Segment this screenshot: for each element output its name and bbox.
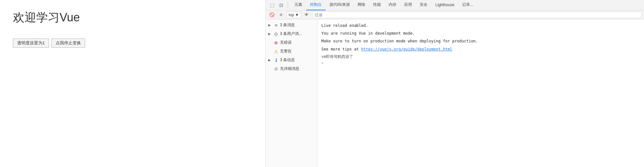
console-line-4: See more tips at https://vuejs.org/guide… [321,46,640,53]
messages-icon: ≡ [273,23,279,28]
arrow-messages: ▶ [268,23,272,27]
tab-record[interactable]: 记录... [458,0,477,10]
dropdown-arrow: ▼ [295,13,299,17]
console-text-2: You are running Vue in development mode. [321,31,415,36]
sidebar-item-errors[interactable]: ⊗ 无错误 [266,38,317,47]
info-label: 3 条信息 [280,57,295,63]
toolbar-separator [288,2,288,8]
filter-input[interactable] [312,12,641,18]
chevron-text: > [321,61,324,65]
tab-lighthouse[interactable]: Lighthouse [431,0,458,10]
user-label: 3 条用户消... [280,31,302,37]
console-line-3: Make sure to turn on production mode whe… [321,38,640,45]
devtools-subtoolbar: 🚫 ⊘ top ▼ 👁 [266,10,644,19]
box-icon[interactable]: ⊡ [277,1,285,9]
stop-button[interactable]: 点我停止变换 [51,39,85,48]
tab-elements[interactable]: 元素 [291,0,306,10]
arrow-user: ▶ [268,32,272,36]
sidebar-item-user[interactable]: ▶ ⊙ 3 条用户消... [266,29,317,38]
page-buttons: 透明度设置为1 点我停止变换 [13,39,252,48]
console-text-prefix: See more tips at [321,47,361,51]
tab-security[interactable]: 安全 [416,0,431,10]
error-icon: ⊗ [273,40,279,45]
top-label: top [289,13,294,17]
devtools-panel: ⬚ ⊡ 元素 控制台 源代码/来源 网络 性能 内存 应用 安全 Lightho… [265,0,644,167]
console-text-1: Live reload enabled. [321,23,368,28]
console-text-3: Make sure to turn on production mode whe… [321,39,478,43]
tab-sources[interactable]: 源代码/来源 [326,0,354,10]
arrow-info: ▶ [268,58,272,62]
tab-memory[interactable]: 内存 [385,0,400,10]
tab-application[interactable]: 应用 [400,0,416,10]
cursor-icon[interactable]: ⬚ [268,1,276,9]
tab-performance[interactable]: 性能 [369,0,385,10]
devtools-content: ▶ ≡ 3 条消息 ▶ ⊙ 3 条用户消... ⊗ 无错误 ⚠ 无警告 ▶ [266,19,644,167]
warnings-label: 无警告 [280,49,292,54]
sidebar-item-verbose[interactable]: ⚙ 无详细消息 [266,64,317,73]
warning-icon: ⚠ [273,49,279,54]
errors-label: 无错误 [280,40,292,45]
eye-icon[interactable]: 👁 [303,11,310,18]
page-title: 欢迎学习Vue [13,10,252,26]
ban-icon[interactable]: 🚫 [268,11,275,18]
tab-network[interactable]: 网络 [354,0,369,10]
console-chevron[interactable]: > [321,60,640,66]
console-line-2: You are running Vue in development mode. [321,30,640,38]
webpage-panel: 欢迎学习Vue 透明度设置为1 点我停止变换 [0,0,265,167]
sidebar-item-messages[interactable]: ▶ ≡ 3 条消息 [266,21,317,29]
console-sidebar: ▶ ≡ 3 条消息 ▶ ⊙ 3 条用户消... ⊗ 无错误 ⚠ 无警告 ▶ [266,19,317,167]
console-output: Live reload enabled. You are running Vue… [317,19,644,167]
top-dropdown[interactable]: top ▼ [286,12,301,18]
sidebar-item-info[interactable]: ▶ ℹ 3 条信息 [266,56,317,64]
info-icon: ℹ [273,58,279,63]
devtools-toolbar: ⬚ ⊡ 元素 控制台 源代码/来源 网络 性能 内存 应用 安全 Lightho… [266,0,644,10]
sidebar-item-warnings[interactable]: ⚠ 无警告 [266,47,317,56]
console-vm-text: vm即将驾鹤西游了 [321,54,353,59]
console-line-1: Live reload enabled. [321,22,640,30]
tab-list: 元素 控制台 源代码/来源 网络 性能 内存 应用 安全 Lighthouse … [291,0,641,10]
messages-label: 3 条消息 [280,22,295,28]
block-icon[interactable]: ⊘ [277,11,284,18]
console-link[interactable]: https://vuejs.org/guide/deployment.html [361,47,452,51]
verbose-icon: ⚙ [273,66,279,72]
verbose-label: 无详细消息 [280,66,299,72]
tab-console[interactable]: 控制台 [306,0,326,10]
user-icon: ⊙ [273,31,279,37]
console-vm-line: vm即将驾鹤西游了 [321,53,640,60]
opacity-button[interactable]: 透明度设置为1 [13,39,49,48]
